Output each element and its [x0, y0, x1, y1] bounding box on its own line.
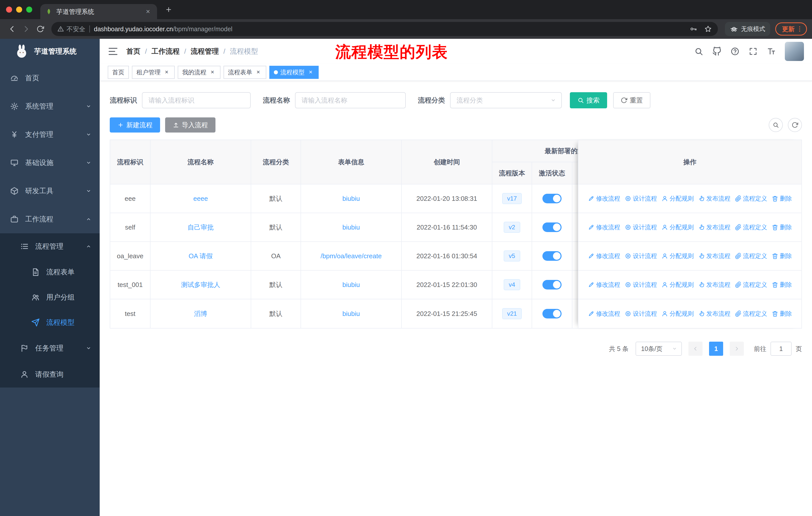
tab-close-icon[interactable]: × — [144, 7, 152, 16]
form-info-link[interactable]: biubiu — [342, 195, 360, 202]
op-delete-link[interactable]: 删除 — [772, 252, 792, 260]
op-definition-link[interactable]: 流程定义 — [735, 194, 767, 202]
password-key-icon[interactable] — [690, 25, 697, 33]
app-logo[interactable]: 芋道管理系统 — [0, 39, 100, 64]
prev-page-button[interactable] — [689, 342, 702, 356]
op-definition-link[interactable]: 流程定义 — [735, 223, 767, 231]
sidebar-item-infrastructure[interactable]: 基础设施 — [0, 148, 100, 177]
op-delete-link[interactable]: 删除 — [772, 194, 792, 202]
help-icon[interactable] — [730, 47, 740, 56]
op-edit-link[interactable]: 修改流程 — [588, 223, 620, 231]
search-icon[interactable] — [694, 47, 703, 56]
op-design-link[interactable]: 设计流程 — [625, 194, 657, 202]
op-edit-link[interactable]: 修改流程 — [588, 310, 620, 318]
op-design-link[interactable]: 设计流程 — [625, 281, 657, 289]
security-chip[interactable]: 不安全 — [57, 25, 85, 33]
op-edit-link[interactable]: 修改流程 — [588, 194, 620, 202]
op-delete-link[interactable]: 删除 — [772, 281, 792, 289]
op-publish-link[interactable]: 发布流程 — [698, 310, 730, 318]
process-category-select[interactable]: 流程分类 — [450, 92, 562, 108]
op-delete-link[interactable]: 删除 — [772, 223, 792, 231]
create-process-button[interactable]: 新建流程 — [110, 117, 160, 133]
close-window-button[interactable] — [6, 6, 12, 12]
form-info-link[interactable]: biubiu — [342, 223, 360, 231]
fullscreen-icon[interactable] — [749, 47, 758, 56]
op-definition-link[interactable]: 流程定义 — [735, 310, 767, 318]
sidebar-item-home[interactable]: 首页 — [0, 64, 100, 92]
active-toggle[interactable] — [543, 309, 561, 319]
browser-menu-dots-icon[interactable] — [796, 25, 803, 32]
op-publish-link[interactable]: 发布流程 — [698, 252, 730, 260]
tag-home[interactable]: 首页 — [108, 66, 129, 79]
active-toggle[interactable] — [543, 251, 561, 261]
breadcrumb-process-management[interactable]: 流程管理 — [191, 47, 219, 56]
op-assign-rule-link[interactable]: 分配规则 — [662, 223, 694, 231]
op-assign-rule-link[interactable]: 分配规则 — [662, 252, 694, 260]
tag-tenant-management[interactable]: 租户管理× — [132, 66, 175, 79]
sidebar-item-leave-query[interactable]: 请假查询 — [0, 361, 100, 387]
op-assign-rule-link[interactable]: 分配规则 — [662, 194, 694, 202]
github-icon[interactable] — [712, 47, 721, 56]
version-tag[interactable]: v21 — [502, 308, 522, 319]
refresh-table-button[interactable] — [788, 118, 802, 132]
back-button[interactable] — [5, 22, 19, 36]
sidebar-item-user-group[interactable]: 用户分组 — [0, 285, 100, 310]
version-tag[interactable]: v17 — [502, 193, 522, 204]
goto-page-input[interactable] — [771, 342, 792, 356]
model-name-link[interactable]: eeee — [193, 195, 208, 202]
tag-process-form[interactable]: 流程表单× — [224, 66, 266, 79]
op-design-link[interactable]: 设计流程 — [625, 223, 657, 231]
chrome-update-button[interactable]: 更新 — [775, 22, 807, 35]
model-name-link[interactable]: 滔博 — [194, 309, 207, 318]
sidebar-item-system[interactable]: 系统管理 — [0, 92, 100, 120]
form-info-link[interactable]: biubiu — [342, 310, 360, 318]
version-tag[interactable]: v2 — [504, 222, 520, 233]
op-publish-link[interactable]: 发布流程 — [698, 194, 730, 202]
font-size-icon[interactable] — [767, 47, 776, 56]
form-info-link[interactable]: biubiu — [342, 281, 360, 289]
op-edit-link[interactable]: 修改流程 — [588, 252, 620, 260]
close-icon[interactable]: × — [307, 69, 314, 76]
reload-button[interactable] — [33, 22, 47, 36]
breadcrumb-home[interactable]: 首页 — [126, 47, 141, 56]
toggle-search-button[interactable] — [769, 118, 783, 132]
sidebar-item-task-management[interactable]: 任务管理 — [0, 335, 100, 361]
next-page-button[interactable] — [730, 342, 744, 356]
user-avatar[interactable] — [785, 42, 804, 61]
model-name-link[interactable]: OA 请假 — [188, 252, 212, 261]
op-edit-link[interactable]: 修改流程 — [588, 281, 620, 289]
close-icon[interactable]: × — [209, 69, 216, 76]
process-name-input[interactable] — [295, 92, 406, 108]
page-number-button[interactable]: 1 — [709, 342, 723, 356]
version-tag[interactable]: v5 — [504, 250, 520, 262]
tag-my-process[interactable]: 我的流程× — [178, 66, 221, 79]
new-tab-button[interactable] — [163, 4, 174, 15]
sidebar-item-workflow[interactable]: 工作流程 — [0, 205, 100, 233]
maximize-window-button[interactable] — [26, 6, 32, 12]
sidebar-item-payment[interactable]: 支付管理 — [0, 120, 100, 148]
op-publish-link[interactable]: 发布流程 — [698, 223, 730, 231]
sidebar-item-process-management[interactable]: 流程管理 — [0, 233, 100, 260]
model-name-link[interactable]: 自己审批 — [187, 223, 214, 232]
import-process-button[interactable]: 导入流程 — [165, 117, 215, 133]
reset-button[interactable]: 重置 — [613, 92, 650, 108]
sidebar-collapse-icon[interactable] — [108, 46, 118, 57]
form-info-link[interactable]: /bpm/oa/leave/create — [321, 252, 382, 260]
page-size-select[interactable]: 10条/页 — [636, 342, 682, 356]
forward-button[interactable] — [19, 22, 33, 36]
op-assign-rule-link[interactable]: 分配规则 — [662, 310, 694, 318]
op-definition-link[interactable]: 流程定义 — [735, 281, 767, 289]
op-design-link[interactable]: 设计流程 — [625, 310, 657, 318]
model-name-link[interactable]: 测试多审批人 — [181, 280, 220, 289]
op-assign-rule-link[interactable]: 分配规则 — [662, 281, 694, 289]
op-definition-link[interactable]: 流程定义 — [735, 252, 767, 260]
active-toggle[interactable] — [543, 222, 561, 232]
active-toggle[interactable] — [543, 280, 561, 290]
op-design-link[interactable]: 设计流程 — [625, 252, 657, 260]
sidebar-item-process-form[interactable]: 流程表单 — [0, 260, 100, 285]
tag-process-model[interactable]: 流程模型× — [269, 66, 319, 79]
minimize-window-button[interactable] — [16, 6, 22, 12]
breadcrumb-workflow[interactable]: 工作流程 — [151, 47, 180, 56]
address-bar[interactable]: 不安全 dashboard.yudao.iocoder.cn /bpm/mana… — [51, 22, 718, 36]
sidebar-item-devtools[interactable]: 研发工具 — [0, 177, 100, 205]
